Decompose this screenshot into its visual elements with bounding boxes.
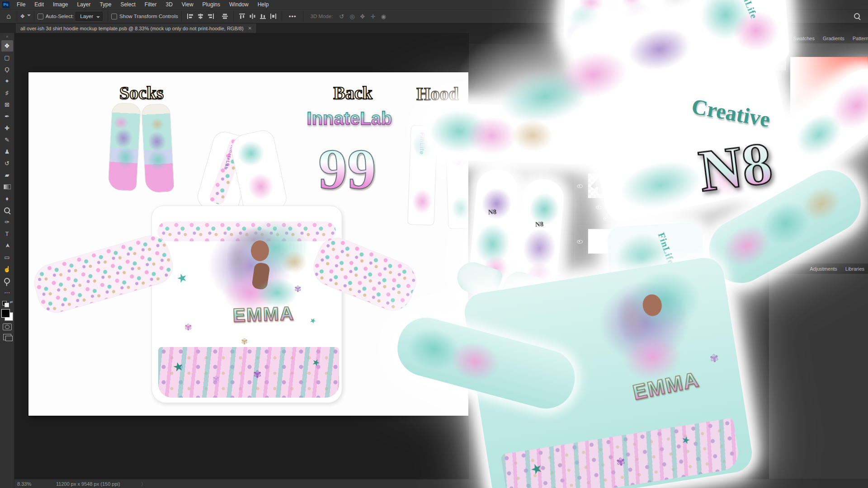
divider [34, 11, 34, 21]
blur-tool[interactable]: ♦ [1, 193, 13, 204]
align-left-edges-button[interactable] [187, 13, 193, 19]
starfish-icon: ★ [171, 359, 185, 375]
3d-mode-label: 3D Mode: [310, 14, 333, 19]
zoom-level-field[interactable]: 8.33% [17, 481, 41, 487]
spot-healing-tool[interactable]: ✚ [1, 122, 13, 134]
menu-filter[interactable]: Filter [140, 0, 161, 9]
move-tool[interactable]: ✥ [1, 40, 13, 52]
hood-script-text: FinLife [656, 231, 677, 266]
foreground-color-swatch[interactable] [1, 309, 10, 318]
align-top-edges-button[interactable] [239, 13, 245, 19]
zoom-tool[interactable] [1, 275, 13, 286]
gradient-icon [4, 184, 11, 189]
brush-tool[interactable]: ✎ [1, 134, 13, 145]
menu-help[interactable]: Help [253, 0, 274, 9]
move-tool-preset[interactable]: ✥ [20, 11, 31, 22]
swap-colors-icon[interactable]: ⇄ [10, 300, 13, 304]
menu-select[interactable]: Select [116, 0, 140, 9]
home-icon: ⌂ [6, 12, 11, 20]
rectangular-marquee-tool[interactable]: ▢ [1, 52, 13, 63]
auto-select-target-dropdown[interactable]: Layer [75, 12, 103, 21]
more-options-button[interactable]: ••• [289, 13, 297, 20]
menu-layer[interactable]: Layer [72, 0, 95, 9]
auto-select-checkbox[interactable] [38, 14, 43, 19]
divider [181, 11, 182, 21]
menu-view[interactable]: View [177, 0, 198, 9]
divider [108, 11, 108, 21]
shell-icon: ✾ [615, 455, 626, 469]
3d-roll-icon[interactable]: ◎ [349, 13, 354, 20]
divider [17, 11, 17, 21]
close-icon[interactable]: ✕ [248, 26, 252, 31]
pen-tool[interactable]: ✑ [1, 216, 13, 228]
home-button[interactable]: ⌂ [4, 11, 14, 22]
frame-tool[interactable]: ⊠ [1, 99, 13, 110]
menu-type[interactable]: Type [95, 0, 116, 9]
type-tool[interactable]: T [1, 228, 13, 239]
menu-edit[interactable]: Edit [30, 0, 48, 9]
gradient-tool[interactable] [1, 181, 13, 192]
chevron-down-icon [96, 16, 100, 20]
starfish-icon: ★ [680, 434, 692, 447]
history-brush-tool[interactable]: ↺ [1, 158, 13, 169]
hoodie-yoke-pattern [157, 221, 336, 241]
3d-orbit-icon[interactable]: ↺ [339, 13, 344, 20]
brand-art: InnateLab [295, 108, 404, 129]
name-art: EMMA [613, 363, 719, 409]
shell-icon: ✾ [253, 369, 261, 380]
edit-toolbar-button[interactable]: ⋯ [1, 287, 13, 298]
rectangle-shape-tool[interactable]: ▭ [1, 252, 13, 263]
3d-camera-icon[interactable]: ◉ [381, 13, 386, 20]
menu-plugins[interactable]: Plugins [198, 0, 225, 9]
align-bottom-edges-button[interactable] [259, 13, 266, 19]
mermaid-face [641, 293, 663, 317]
sock-mockup-left [108, 102, 141, 191]
menu-window[interactable]: Window [225, 0, 253, 9]
dodge-tool[interactable] [1, 205, 13, 216]
eyedropper-tool[interactable]: ✒ [1, 111, 13, 122]
default-bg-icon [5, 303, 9, 307]
clone-stamp-tool[interactable]: ♟ [1, 146, 13, 157]
hood-script-text: FinLife [737, 0, 760, 21]
align-horizontal-centers-button[interactable] [197, 13, 204, 19]
toolbar-collapse-button[interactable]: » [0, 33, 14, 40]
move-icon: ✥ [20, 13, 25, 19]
align-vertical-centers-button[interactable] [222, 13, 228, 19]
distribute-vertical-button[interactable] [270, 13, 277, 19]
menu-image[interactable]: Image [48, 0, 72, 9]
screen-mode-button[interactable] [3, 334, 11, 340]
quick-mask-button[interactable] [3, 324, 12, 330]
menu-3d[interactable]: 3D [161, 0, 177, 9]
3d-pan-icon[interactable]: ✥ [360, 13, 365, 20]
show-transform-checkbox[interactable] [111, 14, 117, 19]
document-tab[interactable]: all over-ish 3d shirt hoodie mockup temp… [16, 23, 257, 33]
crop-tool[interactable]: ♯ [1, 87, 13, 99]
socks-label: Socks [112, 82, 171, 103]
document-info: 11200 px x 9548 px (150 ppi) [56, 481, 120, 487]
default-colors-button[interactable]: ⇄ [2, 301, 12, 307]
distribute-horizontal-button[interactable] [249, 13, 256, 19]
path-selection-tool[interactable]: ➤ [1, 240, 13, 252]
watermark-logo: N8 [696, 129, 811, 201]
magic-wand-tool[interactable]: ✦ [1, 75, 13, 87]
hand-tool[interactable]: ☝ [1, 263, 13, 275]
lasso-tool[interactable]: Ϙ [1, 64, 13, 75]
document-title: all over-ish 3d shirt hoodie mockup temp… [20, 26, 244, 31]
watermark: Creative N8 [691, 108, 854, 195]
align-right-edges-button[interactable] [208, 13, 214, 19]
starfish-icon: ★ [528, 459, 545, 479]
color-swatches [1, 309, 13, 321]
divider [303, 11, 303, 21]
menu-file[interactable]: File [12, 0, 30, 9]
back-label: Back [325, 82, 381, 103]
status-arrow-button[interactable]: 〉 [141, 481, 146, 488]
number-art: 99 [309, 140, 386, 198]
photoshop-logo-icon[interactable]: Ps [2, 1, 9, 8]
divider [233, 11, 234, 21]
tool-bar: » ✥ ▢ Ϙ ✦ ♯ ⊠ ✒ ✚ ✎ ♟ ↺ ▰ ♦ ✑ T ➤ ▭ ☝ ⋯ … [0, 33, 14, 488]
eraser-tool[interactable]: ▰ [1, 169, 13, 181]
shell-icon: ✾ [212, 374, 219, 384]
3d-slide-icon[interactable]: ✛ [371, 13, 376, 20]
hem-pattern: ★ ✾ ★ [500, 418, 741, 488]
hoodie-sleeve-shape [425, 103, 644, 167]
